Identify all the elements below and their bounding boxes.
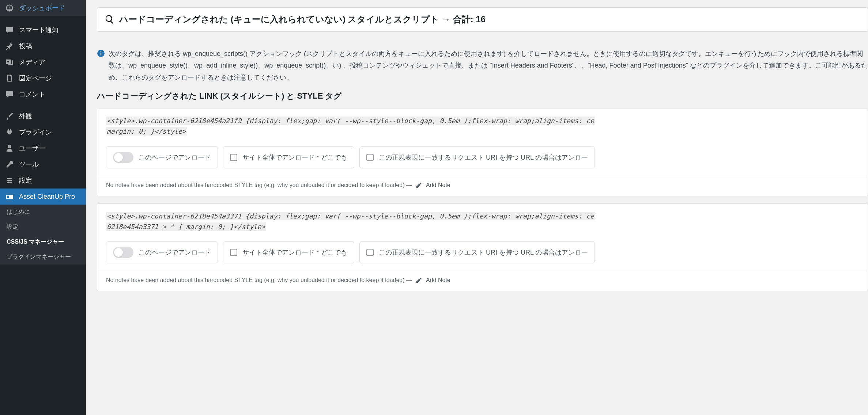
- unload-on-page-control: このページでアンロード: [106, 241, 218, 263]
- notes-text: No notes have been added about this hard…: [106, 277, 412, 283]
- unload-regex-label: この正規表現に一致するリクエスト URI を持つ URL の場合はアンロー: [379, 153, 588, 162]
- edit-icon: [416, 277, 422, 283]
- notes-row: No notes have been added about this hard…: [97, 271, 868, 291]
- sidebar-item-settings[interactable]: 設定: [0, 172, 86, 189]
- svg-rect-5: [7, 196, 9, 198]
- info-text-content: 次のタグは、推奨される wp_enqueue_scripts() アクションフッ…: [109, 48, 868, 83]
- magnify-icon: [105, 14, 115, 24]
- svg-point-0: [7, 61, 9, 62]
- unload-controls-row: このページでアンロード サイト全体でアンロード * どこでも この正規表現に一致…: [97, 144, 868, 176]
- submenu-item-getting-started[interactable]: はじめに: [0, 205, 86, 220]
- sidebar-item-tools[interactable]: ツール: [0, 156, 86, 172]
- code-line: 6218e454a3371 > * { margin: 0; }</style>: [106, 222, 266, 231]
- hardcoded-panel: ハードコーディングされた (キューに入れられていない) スタイルとスクリプト →…: [97, 7, 868, 32]
- notes-row: No notes have been added about this hard…: [97, 176, 868, 196]
- unload-regex-label: この正規表現に一致するリクエスト URI を持つ URL の場合はアンロー: [379, 248, 588, 257]
- sidebar-item-label: コメント: [19, 90, 45, 99]
- section-title: ハードコーディングされた LINK (スタイルシート) と STYLE タグ: [97, 91, 868, 102]
- code-line: margin: 0; }</style>: [106, 127, 187, 136]
- svg-point-2: [10, 180, 12, 181]
- unload-site-label: サイト全体でアンロード * どこでも: [242, 248, 347, 257]
- sidebar-item-users[interactable]: ユーザー: [0, 140, 86, 156]
- svg-point-8: [101, 51, 102, 52]
- panel-title: ハードコーディングされた (キューに入れられていない) スタイルとスクリプト →…: [119, 14, 486, 25]
- media-icon: [5, 58, 14, 66]
- info-paragraph: 次のタグは、推奨される wp_enqueue_scripts() アクションフッ…: [97, 42, 868, 83]
- hardcoded-asset-card: <style>.wp-container-6218e454a21f9 {disp…: [97, 108, 868, 196]
- sidebar-item-label: Asset CleanUp Pro: [19, 193, 75, 201]
- sidebar-item-label: ツール: [19, 160, 39, 169]
- sidebar-item-pages[interactable]: 固定ページ: [0, 70, 86, 86]
- unload-on-page-control: このページでアンロード: [106, 146, 218, 168]
- unload-controls-row: このページでアンロード サイト全体でアンロード * どこでも この正規表現に一致…: [97, 239, 868, 271]
- sidebar-item-comments[interactable]: コメント: [0, 86, 86, 102]
- sidebar-item-dashboard[interactable]: ダッシュボード: [0, 0, 86, 16]
- submenu-item-css-js-manager[interactable]: CSS/JS マネージャー: [0, 235, 86, 250]
- code-snippet: <style>.wp-container-6218e454a3371 {disp…: [97, 204, 868, 240]
- sidebar-item-media[interactable]: メディア: [0, 54, 86, 70]
- sidebar-item-label: プラグイン: [19, 128, 52, 137]
- sidebar-item-appearance[interactable]: 外観: [0, 108, 86, 124]
- submenu-item-settings[interactable]: 設定: [0, 220, 86, 235]
- pages-icon: [5, 74, 14, 83]
- admin-sidebar: ダッシュボード スマート通知 投稿 メディア 固定ページ コメント 外観 プラグ…: [0, 0, 86, 415]
- chat-icon: [5, 26, 14, 34]
- info-icon: [97, 49, 105, 57]
- code-line: <style>.wp-container-6218e454a3371 {disp…: [106, 212, 595, 220]
- sidebar-submenu: はじめに 設定 CSS/JS マネージャー プラグインマネージャー: [0, 205, 86, 264]
- sidebar-item-smart-notify[interactable]: スマート通知: [0, 22, 86, 38]
- notes-text: No notes have been added about this hard…: [106, 182, 412, 189]
- svg-rect-7: [101, 53, 101, 56]
- unload-page-toggle[interactable]: [113, 247, 133, 258]
- comment-icon: [5, 90, 14, 99]
- unload-site-checkbox[interactable]: [230, 154, 237, 161]
- unload-page-toggle[interactable]: [113, 152, 133, 163]
- wrench-icon: [5, 160, 14, 169]
- sidebar-item-plugins[interactable]: プラグイン: [0, 124, 86, 140]
- unload-regex-control: この正規表現に一致するリクエスト URI を持つ URL の場合はアンロー: [359, 241, 595, 263]
- settings-icon: [5, 176, 14, 185]
- unload-regex-checkbox[interactable]: [366, 249, 374, 256]
- unload-regex-checkbox[interactable]: [366, 154, 374, 161]
- unload-site-wide-control: サイト全体でアンロード * どこでも: [223, 241, 354, 263]
- sidebar-item-label: メディア: [19, 58, 45, 66]
- user-icon: [5, 144, 14, 153]
- sidebar-item-label: 設定: [19, 176, 32, 185]
- unload-site-wide-control: サイト全体でアンロード * どこでも: [223, 146, 354, 168]
- add-note-link[interactable]: Add Note: [426, 182, 450, 189]
- sidebar-item-label: ユーザー: [19, 144, 45, 153]
- unload-regex-control: この正規表現に一致するリクエスト URI を持つ URL の場合はアンロー: [359, 146, 595, 168]
- sidebar-item-label: ダッシュボード: [19, 4, 65, 12]
- panel-header[interactable]: ハードコーディングされた (キューに入れられていない) スタイルとスクリプト →…: [97, 8, 868, 31]
- dashboard-icon: [5, 4, 14, 12]
- sidebar-item-asset-cleanup[interactable]: Asset CleanUp Pro: [0, 189, 86, 205]
- hardcoded-asset-card: <style>.wp-container-6218e454a3371 {disp…: [97, 203, 868, 292]
- add-note-link[interactable]: Add Note: [426, 277, 450, 283]
- sidebar-item-label: 外観: [19, 112, 32, 121]
- svg-point-1: [8, 178, 9, 179]
- main-content: ハードコーディングされた (キューに入れられていない) スタイルとスクリプト →…: [86, 0, 868, 415]
- brush-icon: [5, 112, 14, 121]
- unload-page-label: このページでアンロード: [139, 248, 211, 257]
- sidebar-item-label: 投稿: [19, 42, 32, 50]
- sidebar-item-posts[interactable]: 投稿: [0, 38, 86, 54]
- sidebar-item-label: スマート通知: [19, 26, 59, 34]
- code-line: <style>.wp-container-6218e454a21f9 {disp…: [106, 117, 595, 125]
- pin-icon: [5, 42, 14, 50]
- edit-icon: [416, 182, 422, 189]
- unload-page-label: このページでアンロード: [139, 153, 211, 162]
- svg-point-3: [8, 182, 10, 183]
- unload-site-checkbox[interactable]: [230, 249, 237, 256]
- unload-site-label: サイト全体でアンロード * どこでも: [242, 153, 347, 162]
- sidebar-item-label: 固定ページ: [19, 74, 52, 83]
- asset-icon: [5, 192, 14, 201]
- submenu-item-plugin-manager[interactable]: プラグインマネージャー: [0, 250, 86, 264]
- plug-icon: [5, 128, 14, 137]
- code-snippet: <style>.wp-container-6218e454a21f9 {disp…: [97, 108, 868, 144]
